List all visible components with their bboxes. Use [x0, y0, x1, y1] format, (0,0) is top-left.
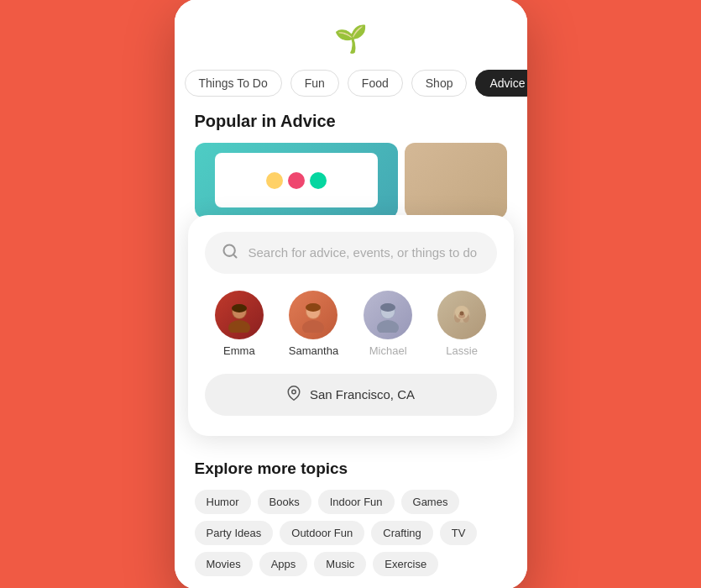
location-text: San Francisco, CA — [310, 387, 415, 402]
tab-fun[interactable]: Fun — [290, 70, 339, 97]
search-overlay: Search for advice, events, or things to … — [188, 215, 514, 436]
topic-humor[interactable]: Humor — [195, 490, 251, 514]
svg-point-7 — [302, 320, 324, 333]
avatar-lassie-image — [437, 291, 486, 339]
popular-section: Popular in Advice — [175, 112, 527, 232]
avatars-row: Emma Samantha — [205, 291, 497, 357]
location-pin-icon — [286, 386, 301, 404]
avatar-emma[interactable]: Emma — [215, 291, 264, 357]
avatar-michael-name: Michael — [369, 344, 407, 357]
topic-party-ideas[interactable]: Party Ideas — [195, 521, 274, 545]
bottom-section: Explore more topics Humor Books Indoor F… — [175, 443, 527, 589]
topic-games[interactable]: Games — [401, 490, 460, 514]
explore-title: Explore more topics — [195, 459, 507, 478]
top-section: 🌱 Things To Do Fun Food Shop Advice News… — [175, 0, 527, 232]
search-bar[interactable]: Search for advice, events, or things to … — [205, 232, 497, 274]
tab-things-to-do[interactable]: Things To Do — [185, 70, 282, 97]
svg-point-19 — [460, 311, 464, 315]
topic-apps[interactable]: Apps — [259, 552, 308, 576]
topics-grid: Humor Books Indoor Fun Games Party Ideas… — [195, 490, 507, 576]
avatar-emma-image — [215, 291, 264, 339]
svg-point-3 — [228, 320, 250, 333]
topic-movies[interactable]: Movies — [195, 552, 253, 576]
avatar-michael-image — [364, 291, 412, 339]
topic-indoor-fun[interactable]: Indoor Fun — [318, 490, 395, 514]
topic-tv[interactable]: TV — [440, 521, 478, 545]
svg-point-13 — [380, 303, 395, 312]
main-image — [195, 143, 399, 218]
avatar-emma-name: Emma — [223, 344, 255, 357]
topic-crafting[interactable]: Crafting — [371, 521, 433, 545]
image-preview — [195, 143, 507, 218]
tab-advice[interactable]: Advice — [475, 70, 526, 97]
app-logo: 🌱 — [334, 23, 368, 55]
tab-food[interactable]: Food — [348, 70, 403, 97]
topic-exercise[interactable]: Exercise — [373, 552, 438, 576]
avatar-samantha-image — [289, 291, 337, 339]
topic-outdoor-fun[interactable]: Outdoor Fun — [280, 521, 364, 545]
tab-shop[interactable]: Shop — [411, 70, 468, 97]
phone-card: 🌱 Things To Do Fun Food Shop Advice News… — [175, 0, 527, 588]
popular-title: Popular in Advice — [195, 112, 507, 131]
search-icon — [222, 243, 238, 263]
avatar-lassie-name: Lassie — [446, 344, 478, 357]
svg-line-1 — [233, 254, 236, 257]
topic-music[interactable]: Music — [314, 552, 366, 576]
svg-point-5 — [232, 304, 247, 312]
topic-books[interactable]: Books — [258, 490, 311, 514]
logo-container: 🌱 — [175, 23, 527, 55]
avatar-samantha-name: Samantha — [289, 344, 338, 357]
svg-point-9 — [306, 303, 321, 312]
svg-point-20 — [292, 390, 296, 394]
location-button[interactable]: San Francisco, CA — [205, 374, 497, 416]
avatar-samantha[interactable]: Samantha — [289, 291, 338, 357]
search-placeholder: Search for advice, events, or things to … — [248, 245, 478, 260]
avatar-michael[interactable]: Michael — [364, 291, 412, 357]
nav-tabs: Things To Do Fun Food Shop Advice News — [175, 70, 527, 112]
svg-point-11 — [377, 320, 399, 333]
avatar-lassie[interactable]: Lassie — [437, 291, 486, 357]
side-image — [405, 143, 506, 218]
